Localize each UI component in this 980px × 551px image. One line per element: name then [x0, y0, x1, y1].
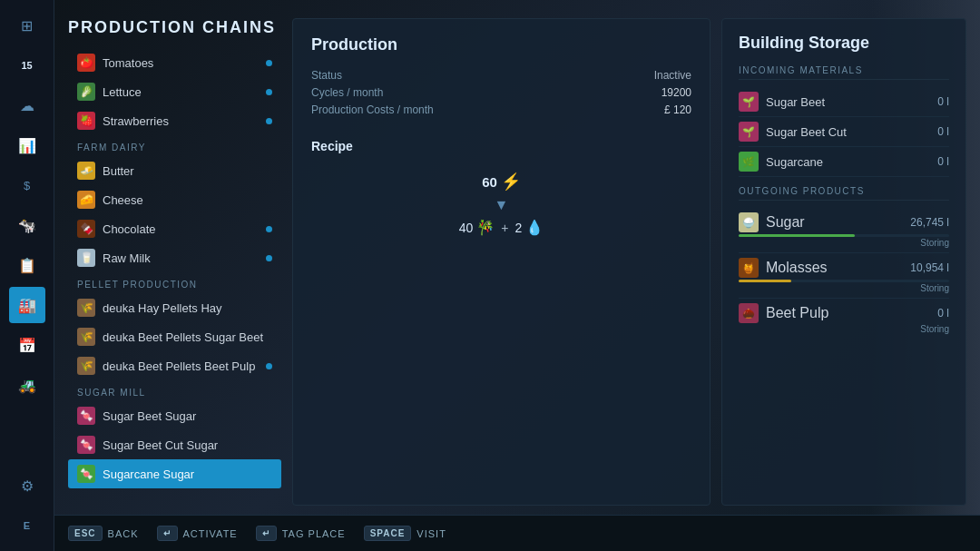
sugar-beet-cut-incoming-name: Sugar Beet Cut — [766, 125, 937, 139]
key-tag-place: ↵ — [256, 526, 277, 541]
chain-label-sugar-beet-cut-sugar: Sugar Beet Cut Sugar — [103, 438, 272, 452]
sidebar-item-counter[interactable]: 15 — [9, 47, 45, 84]
chains-list: 🍅 Tomatoes 🥬 Lettuce 🍓 Strawberries FARM… — [68, 48, 281, 506]
molasses-outgoing-amount: 10,954 l — [910, 261, 949, 274]
strawberry-dot — [266, 118, 272, 124]
section-sugar-mill: SUGAR MILL — [68, 380, 281, 401]
status-value: Inactive — [654, 69, 691, 82]
recipe-addend-amount: 40 — [459, 221, 474, 235]
raw-milk-dot — [266, 255, 272, 261]
sidebar-item-settings[interactable]: ⚙ — [9, 467, 45, 504]
recipe-addend2-icon: 💧 — [525, 219, 544, 236]
recipe-input-row: 60 ⚡ — [482, 172, 521, 192]
chain-label-butter: Butter — [103, 164, 272, 178]
storage-outgoing-molasses: 🍯 Molasses 10,954 l Storing — [739, 253, 949, 299]
exit-icon: E — [24, 520, 30, 531]
chain-item-hay-pellets[interactable]: 🌾 deuka Hay Pellets Hay — [68, 293, 281, 322]
sidebar-item-exit[interactable]: E — [9, 507, 45, 544]
chain-label-raw-milk: Raw Milk — [103, 251, 266, 265]
recipe-output-row: 40 🎋 + 2 💧 — [459, 219, 544, 236]
chain-label-chocolate: Chocolate — [103, 222, 266, 236]
settings-icon: ⚙ — [21, 477, 34, 495]
sugar-beet-incoming-icon: 🌱 — [739, 92, 759, 112]
sidebar-item-stats[interactable]: 📊 — [9, 127, 45, 163]
chain-item-lettuce[interactable]: 🥬 Lettuce — [68, 77, 281, 106]
cheese-icon: 🧀 — [77, 191, 95, 209]
chain-label-cheese: Cheese — [103, 193, 272, 207]
production-icon: 🏭 — [18, 297, 36, 314]
key-space: SPACE — [364, 526, 412, 541]
molasses-outgoing-row: 🍯 Molasses 10,954 l — [739, 258, 949, 278]
label-visit: VISIT — [416, 528, 446, 539]
sidebar-item-calendar[interactable]: 📅 — [9, 327, 45, 363]
sugar-beet-sugar-icon: 🍬 — [77, 407, 95, 425]
animals-icon: 🐄 — [18, 217, 36, 234]
recipe-addend-icon: 🎋 — [476, 219, 495, 236]
production-panel: Production Status Inactive Cycles / mont… — [292, 18, 710, 506]
sidebar-item-animals[interactable]: 🐄 — [9, 207, 45, 243]
chain-item-tomatoes[interactable]: 🍅 Tomatoes — [68, 48, 281, 77]
outgoing-header: OUTGOING PRODUCTS — [739, 186, 949, 201]
beet-pulp-outgoing-icon: 🌰 — [739, 303, 759, 323]
recipe-title: Recipe — [311, 139, 691, 153]
recipe-plus: + — [501, 221, 508, 235]
action-tag-place[interactable]: ↵ TAG PLACE — [256, 526, 346, 541]
chain-item-raw-milk[interactable]: 🥛 Raw Milk — [68, 243, 281, 272]
sidebar-item-map[interactable]: ⊞ — [9, 7, 45, 44]
action-back[interactable]: ESC BACK — [68, 526, 139, 541]
production-title: Production — [311, 35, 691, 54]
sidebar-item-vehicles[interactable]: 🚜 — [9, 367, 45, 403]
recipe-arrow: ▼ — [495, 197, 509, 213]
sidebar-item-production[interactable]: 🏭 — [9, 287, 45, 323]
recipe-input-icon: ⚡ — [501, 172, 521, 192]
beet-pulp-outgoing-row: 🌰 Beet Pulp 0 l — [739, 303, 949, 323]
chain-label-tomatoes: Tomatoes — [103, 56, 266, 70]
chain-item-beet-pellets-pulp[interactable]: 🌾 deuka Beet Pellets Beet Pulp — [68, 351, 281, 380]
storage-outgoing-sugar: 🍚 Sugar 26,745 l Storing — [739, 208, 949, 253]
weather-icon: ☁ — [20, 97, 34, 114]
storage-incoming-sugarcane: 🌿 Sugarcane 0 l — [739, 147, 949, 177]
chain-item-sugar-beet-sugar[interactable]: 🍬 Sugar Beet Sugar — [68, 401, 281, 430]
money-icon: $ — [24, 179, 30, 192]
action-visit[interactable]: SPACE VISIT — [364, 526, 446, 541]
chain-item-beet-pellets-sugar[interactable]: 🌾 deuka Beet Pellets Sugar Beet — [68, 322, 281, 351]
chain-item-chocolate[interactable]: 🍫 Chocolate — [68, 214, 281, 243]
sidebar-item-contracts[interactable]: 📋 — [9, 247, 45, 283]
outgoing-block: OUTGOING PRODUCTS 🍚 Sugar 26,745 l Stori… — [739, 186, 949, 339]
beet-pellets-sugar-icon: 🌾 — [77, 328, 95, 346]
storage-panel: Building Storage INCOMING MATERIALS 🌱 Su… — [721, 18, 966, 506]
storage-incoming-sugar-beet-cut: 🌱 Sugar Beet Cut 0 l — [739, 117, 949, 147]
storage-outgoing-beet-pulp: 🌰 Beet Pulp 0 l Storing — [739, 299, 949, 339]
chain-item-strawberries[interactable]: 🍓 Strawberries — [68, 106, 281, 135]
sugar-beet-cut-incoming-icon: 🌱 — [739, 122, 759, 142]
cycles-value: 19200 — [662, 86, 691, 99]
vehicles-icon: 🚜 — [18, 377, 36, 394]
beet-pulp-outgoing-name: Beet Pulp — [766, 305, 937, 321]
label-back: BACK — [108, 528, 139, 539]
action-activate[interactable]: ↵ ACTIVATE — [157, 526, 238, 541]
molasses-bar-fill — [739, 280, 791, 282]
chain-item-cheese[interactable]: 🧀 Cheese — [68, 185, 281, 214]
sidebar-item-weather[interactable]: ☁ — [9, 87, 45, 123]
contracts-icon: 📋 — [18, 257, 36, 274]
chocolate-dot — [266, 226, 272, 232]
stats-icon: 📊 — [18, 137, 36, 154]
counter-icon: 15 — [21, 60, 32, 71]
sidebar-item-money[interactable]: $ — [9, 167, 45, 203]
chain-item-sugarcane-sugar[interactable]: 🍬 Sugarcane Sugar — [68, 459, 281, 488]
hay-pellets-icon: 🌾 — [77, 299, 95, 317]
chain-item-butter[interactable]: 🧈 Butter — [68, 156, 281, 185]
calendar-icon: 📅 — [18, 337, 36, 354]
main-content: PRODUCTION CHAINS 🍅 Tomatoes 🥬 Lettuce 🍓… — [54, 0, 980, 515]
beet-pulp-status: Storing — [739, 324, 949, 334]
recipe-input-amount: 60 — [482, 174, 497, 190]
sugarcane-incoming-icon: 🌿 — [739, 152, 759, 172]
milk-icon: 🥛 — [77, 249, 95, 267]
sugar-status: Storing — [739, 238, 949, 248]
beet-pellets-pulp-icon: 🌾 — [77, 357, 95, 375]
sugar-bar — [739, 234, 949, 237]
sidebar: ⊞ 15 ☁ 📊 $ 🐄 📋 🏭 📅 🚜 ⚙ E — [0, 0, 54, 551]
molasses-outgoing-name: Molasses — [766, 260, 910, 276]
chain-label-strawberries: Strawberries — [103, 114, 266, 128]
chain-item-sugar-beet-cut-sugar[interactable]: 🍬 Sugar Beet Cut Sugar — [68, 430, 281, 459]
